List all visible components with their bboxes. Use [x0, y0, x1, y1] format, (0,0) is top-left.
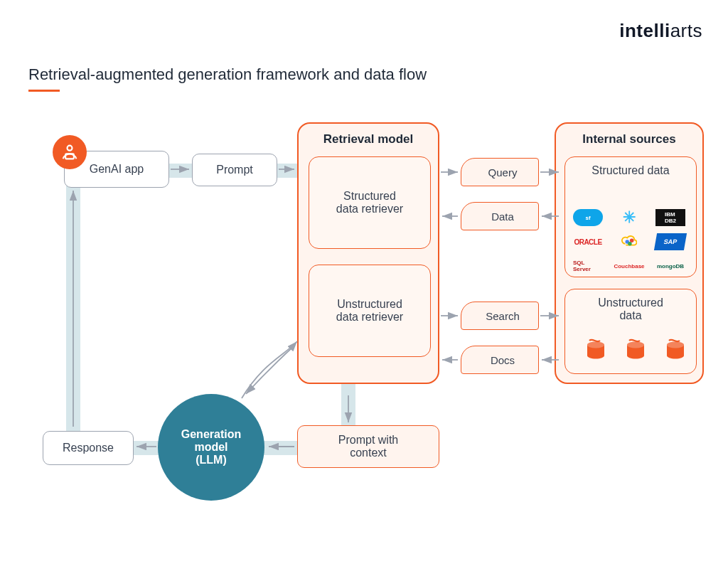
svg-rect-1: [65, 154, 74, 159]
sql-server-icon: SQL Server: [573, 257, 603, 274]
unstructured-retriever-label: Unstructured data retriever: [336, 298, 403, 324]
structured-retriever-label: Structured data retriever: [336, 190, 403, 215]
diagram-canvas: intelliarts Retrieval-augmented generati…: [0, 0, 728, 576]
database-icon: [663, 338, 688, 364]
title-underline: [28, 90, 60, 92]
user-icon: [53, 135, 87, 169]
database-icon: [583, 338, 609, 364]
retrieval-model-container: Retrieval model Structured data retrieve…: [297, 122, 439, 384]
svg-point-8: [627, 342, 644, 348]
generation-model-label: Generation model (LLM): [181, 428, 241, 466]
google-cloud-icon: [614, 233, 644, 250]
vendor-icon-grid: sf ✳ IBMDB2 ORACLE SAP SQL Server Couchb…: [573, 209, 688, 274]
unstructured-retriever-box: Unstructured data retriever: [309, 265, 431, 357]
prompt-label: Prompt: [216, 164, 253, 176]
oracle-icon: ORACLE: [573, 233, 603, 250]
response-label: Response: [63, 442, 114, 454]
page-title: Retrieval-augmented generation framework…: [28, 65, 427, 84]
prompt-box: Prompt: [192, 154, 277, 186]
flow-band-left-vertical: [66, 176, 80, 454]
internal-sources-container: Internal sources Structured data sf ✳ IB…: [555, 122, 704, 384]
docs-chip: Docs: [461, 346, 539, 374]
search-label: Search: [486, 310, 520, 322]
unstructured-data-label: Unstructured data: [598, 297, 663, 322]
data-chip: Data: [461, 202, 539, 230]
svg-point-0: [68, 146, 73, 151]
sap-icon: SAP: [654, 233, 687, 250]
brand-light: arts: [670, 20, 702, 41]
prompt-with-context-box: Prompt with context: [297, 425, 439, 468]
response-box: Response: [43, 431, 134, 465]
retrieval-model-title: Retrieval model: [299, 132, 438, 146]
query-label: Query: [488, 166, 518, 178]
brand-logo: intelliarts: [619, 20, 702, 42]
couchbase-icon: Couchbase: [614, 257, 644, 274]
data-label: Data: [491, 210, 514, 223]
salesforce-icon: sf: [573, 209, 603, 226]
query-chip: Query: [461, 158, 539, 186]
search-chip: Search: [461, 302, 539, 330]
database-icon: [623, 338, 648, 364]
structured-retriever-box: Structured data retriever: [309, 156, 431, 249]
structured-data-label: Structured data: [592, 164, 669, 177]
internal-sources-title: Internal sources: [556, 132, 702, 146]
genai-app-label: GenAI app: [90, 163, 144, 176]
svg-point-2: [630, 238, 634, 242]
page-title-wrap: Retrieval-augmented generation framework…: [28, 65, 427, 92]
prompt-with-context-label: Prompt with context: [338, 434, 398, 459]
svg-point-6: [587, 342, 604, 348]
brand-bold: intelli: [619, 20, 670, 41]
unstructured-db-icons: [583, 338, 688, 364]
ibm-db2-icon: IBMDB2: [655, 209, 685, 226]
mongodb-icon: mongoDB: [655, 257, 685, 274]
docs-label: Docs: [491, 354, 515, 366]
snowflake-icon: ✳: [614, 209, 644, 226]
generation-model-circle: Generation model (LLM): [158, 394, 264, 501]
svg-point-4: [628, 242, 632, 246]
svg-point-10: [667, 342, 684, 348]
